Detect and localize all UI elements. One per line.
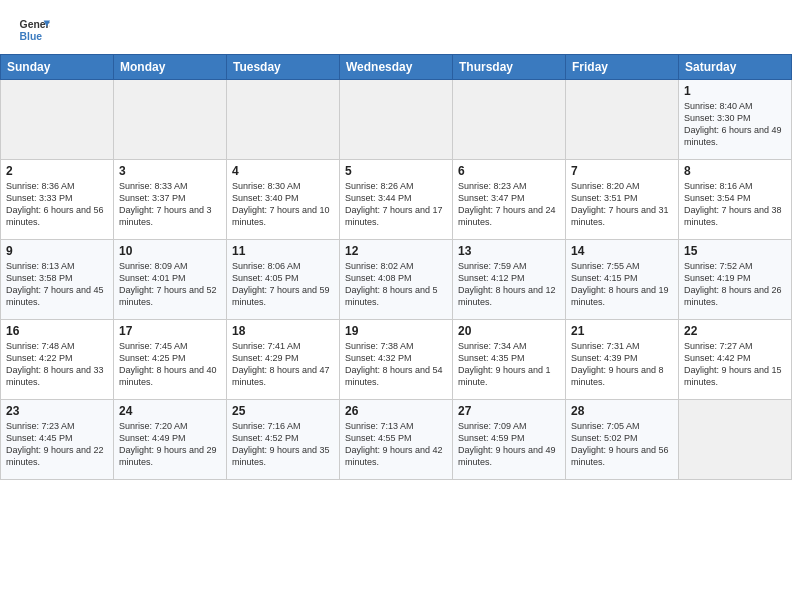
day-cell: 1Sunrise: 8:40 AM Sunset: 3:30 PM Daylig…	[679, 80, 792, 160]
day-number: 20	[458, 324, 560, 338]
day-cell: 21Sunrise: 7:31 AM Sunset: 4:39 PM Dayli…	[566, 320, 679, 400]
day-info: Sunrise: 7:13 AM Sunset: 4:55 PM Dayligh…	[345, 420, 447, 469]
day-cell: 3Sunrise: 8:33 AM Sunset: 3:37 PM Daylig…	[114, 160, 227, 240]
day-number: 14	[571, 244, 673, 258]
day-cell: 5Sunrise: 8:26 AM Sunset: 3:44 PM Daylig…	[340, 160, 453, 240]
day-info: Sunrise: 7:48 AM Sunset: 4:22 PM Dayligh…	[6, 340, 108, 389]
page: General Blue SundayMondayTuesdayWednesda…	[0, 0, 792, 612]
week-row-3: 9Sunrise: 8:13 AM Sunset: 3:58 PM Daylig…	[1, 240, 792, 320]
day-number: 15	[684, 244, 786, 258]
day-number: 12	[345, 244, 447, 258]
day-number: 23	[6, 404, 108, 418]
week-row-4: 16Sunrise: 7:48 AM Sunset: 4:22 PM Dayli…	[1, 320, 792, 400]
day-number: 28	[571, 404, 673, 418]
logo: General Blue	[18, 14, 54, 46]
weekday-sunday: Sunday	[1, 55, 114, 80]
day-number: 18	[232, 324, 334, 338]
day-cell: 7Sunrise: 8:20 AM Sunset: 3:51 PM Daylig…	[566, 160, 679, 240]
day-cell: 9Sunrise: 8:13 AM Sunset: 3:58 PM Daylig…	[1, 240, 114, 320]
day-number: 6	[458, 164, 560, 178]
day-number: 10	[119, 244, 221, 258]
day-cell	[566, 80, 679, 160]
day-info: Sunrise: 7:34 AM Sunset: 4:35 PM Dayligh…	[458, 340, 560, 389]
day-cell: 10Sunrise: 8:09 AM Sunset: 4:01 PM Dayli…	[114, 240, 227, 320]
day-cell: 2Sunrise: 8:36 AM Sunset: 3:33 PM Daylig…	[1, 160, 114, 240]
day-info: Sunrise: 7:16 AM Sunset: 4:52 PM Dayligh…	[232, 420, 334, 469]
day-number: 4	[232, 164, 334, 178]
calendar-table: SundayMondayTuesdayWednesdayThursdayFrid…	[0, 54, 792, 480]
day-info: Sunrise: 7:41 AM Sunset: 4:29 PM Dayligh…	[232, 340, 334, 389]
day-info: Sunrise: 7:55 AM Sunset: 4:15 PM Dayligh…	[571, 260, 673, 309]
day-cell: 19Sunrise: 7:38 AM Sunset: 4:32 PM Dayli…	[340, 320, 453, 400]
day-number: 26	[345, 404, 447, 418]
day-number: 19	[345, 324, 447, 338]
weekday-saturday: Saturday	[679, 55, 792, 80]
day-cell: 28Sunrise: 7:05 AM Sunset: 5:02 PM Dayli…	[566, 400, 679, 480]
weekday-friday: Friday	[566, 55, 679, 80]
week-row-5: 23Sunrise: 7:23 AM Sunset: 4:45 PM Dayli…	[1, 400, 792, 480]
day-cell: 15Sunrise: 7:52 AM Sunset: 4:19 PM Dayli…	[679, 240, 792, 320]
day-cell: 23Sunrise: 7:23 AM Sunset: 4:45 PM Dayli…	[1, 400, 114, 480]
day-info: Sunrise: 8:20 AM Sunset: 3:51 PM Dayligh…	[571, 180, 673, 229]
logo-icon: General Blue	[18, 14, 50, 46]
day-cell: 24Sunrise: 7:20 AM Sunset: 4:49 PM Dayli…	[114, 400, 227, 480]
day-info: Sunrise: 7:09 AM Sunset: 4:59 PM Dayligh…	[458, 420, 560, 469]
day-info: Sunrise: 8:06 AM Sunset: 4:05 PM Dayligh…	[232, 260, 334, 309]
day-info: Sunrise: 7:38 AM Sunset: 4:32 PM Dayligh…	[345, 340, 447, 389]
week-row-2: 2Sunrise: 8:36 AM Sunset: 3:33 PM Daylig…	[1, 160, 792, 240]
day-cell: 22Sunrise: 7:27 AM Sunset: 4:42 PM Dayli…	[679, 320, 792, 400]
day-number: 5	[345, 164, 447, 178]
weekday-tuesday: Tuesday	[227, 55, 340, 80]
day-cell: 8Sunrise: 8:16 AM Sunset: 3:54 PM Daylig…	[679, 160, 792, 240]
header: General Blue	[0, 0, 792, 54]
day-cell: 6Sunrise: 8:23 AM Sunset: 3:47 PM Daylig…	[453, 160, 566, 240]
day-cell: 18Sunrise: 7:41 AM Sunset: 4:29 PM Dayli…	[227, 320, 340, 400]
day-info: Sunrise: 8:26 AM Sunset: 3:44 PM Dayligh…	[345, 180, 447, 229]
weekday-monday: Monday	[114, 55, 227, 80]
day-cell: 20Sunrise: 7:34 AM Sunset: 4:35 PM Dayli…	[453, 320, 566, 400]
day-number: 21	[571, 324, 673, 338]
day-cell: 14Sunrise: 7:55 AM Sunset: 4:15 PM Dayli…	[566, 240, 679, 320]
day-cell	[340, 80, 453, 160]
day-info: Sunrise: 7:27 AM Sunset: 4:42 PM Dayligh…	[684, 340, 786, 389]
day-info: Sunrise: 7:59 AM Sunset: 4:12 PM Dayligh…	[458, 260, 560, 309]
day-cell	[679, 400, 792, 480]
day-number: 24	[119, 404, 221, 418]
svg-text:Blue: Blue	[20, 31, 43, 42]
day-cell: 17Sunrise: 7:45 AM Sunset: 4:25 PM Dayli…	[114, 320, 227, 400]
day-cell: 16Sunrise: 7:48 AM Sunset: 4:22 PM Dayli…	[1, 320, 114, 400]
day-number: 22	[684, 324, 786, 338]
day-info: Sunrise: 8:13 AM Sunset: 3:58 PM Dayligh…	[6, 260, 108, 309]
day-info: Sunrise: 8:02 AM Sunset: 4:08 PM Dayligh…	[345, 260, 447, 309]
day-cell: 25Sunrise: 7:16 AM Sunset: 4:52 PM Dayli…	[227, 400, 340, 480]
day-info: Sunrise: 7:45 AM Sunset: 4:25 PM Dayligh…	[119, 340, 221, 389]
day-info: Sunrise: 8:33 AM Sunset: 3:37 PM Dayligh…	[119, 180, 221, 229]
day-cell	[1, 80, 114, 160]
day-number: 27	[458, 404, 560, 418]
day-cell: 12Sunrise: 8:02 AM Sunset: 4:08 PM Dayli…	[340, 240, 453, 320]
day-number: 13	[458, 244, 560, 258]
day-number: 11	[232, 244, 334, 258]
day-number: 2	[6, 164, 108, 178]
day-number: 8	[684, 164, 786, 178]
week-row-1: 1Sunrise: 8:40 AM Sunset: 3:30 PM Daylig…	[1, 80, 792, 160]
day-info: Sunrise: 7:31 AM Sunset: 4:39 PM Dayligh…	[571, 340, 673, 389]
weekday-thursday: Thursday	[453, 55, 566, 80]
weekday-wednesday: Wednesday	[340, 55, 453, 80]
day-cell	[114, 80, 227, 160]
day-number: 1	[684, 84, 786, 98]
day-cell: 26Sunrise: 7:13 AM Sunset: 4:55 PM Dayli…	[340, 400, 453, 480]
day-info: Sunrise: 7:20 AM Sunset: 4:49 PM Dayligh…	[119, 420, 221, 469]
day-info: Sunrise: 8:30 AM Sunset: 3:40 PM Dayligh…	[232, 180, 334, 229]
day-info: Sunrise: 8:23 AM Sunset: 3:47 PM Dayligh…	[458, 180, 560, 229]
day-cell: 4Sunrise: 8:30 AM Sunset: 3:40 PM Daylig…	[227, 160, 340, 240]
day-number: 7	[571, 164, 673, 178]
day-info: Sunrise: 7:05 AM Sunset: 5:02 PM Dayligh…	[571, 420, 673, 469]
day-info: Sunrise: 7:23 AM Sunset: 4:45 PM Dayligh…	[6, 420, 108, 469]
day-cell: 27Sunrise: 7:09 AM Sunset: 4:59 PM Dayli…	[453, 400, 566, 480]
day-cell	[453, 80, 566, 160]
weekday-header-row: SundayMondayTuesdayWednesdayThursdayFrid…	[1, 55, 792, 80]
day-number: 9	[6, 244, 108, 258]
day-number: 16	[6, 324, 108, 338]
day-info: Sunrise: 8:40 AM Sunset: 3:30 PM Dayligh…	[684, 100, 786, 149]
